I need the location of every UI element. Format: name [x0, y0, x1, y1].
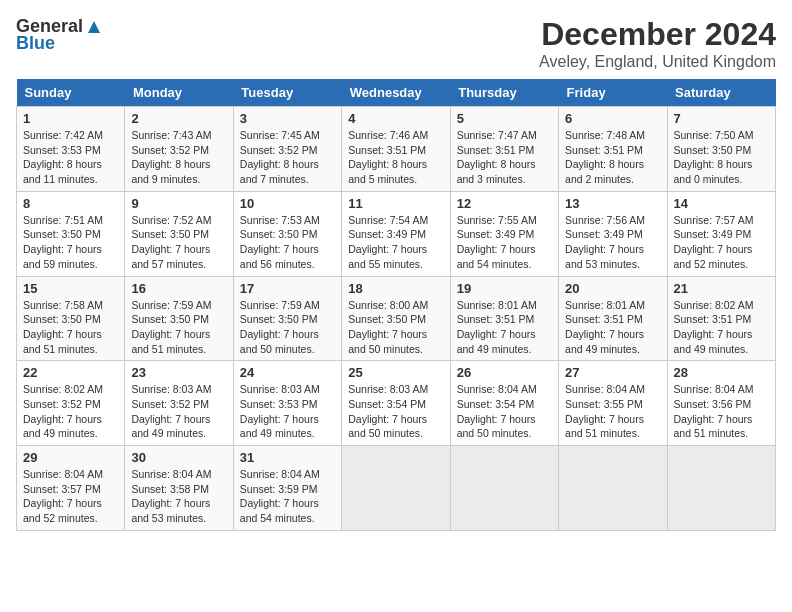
- calendar-cell: 7Sunrise: 7:50 AM Sunset: 3:50 PM Daylig…: [667, 107, 775, 192]
- calendar-cell: 2Sunrise: 7:43 AM Sunset: 3:52 PM Daylig…: [125, 107, 233, 192]
- day-number: 22: [23, 365, 118, 380]
- calendar-cell: 6Sunrise: 7:48 AM Sunset: 3:51 PM Daylig…: [559, 107, 667, 192]
- day-number: 9: [131, 196, 226, 211]
- day-info: Sunrise: 8:04 AM Sunset: 3:55 PM Dayligh…: [565, 382, 660, 441]
- day-number: 4: [348, 111, 443, 126]
- day-number: 8: [23, 196, 118, 211]
- day-number: 23: [131, 365, 226, 380]
- calendar-table: SundayMondayTuesdayWednesdayThursdayFrid…: [16, 79, 776, 531]
- day-info: Sunrise: 8:00 AM Sunset: 3:50 PM Dayligh…: [348, 298, 443, 357]
- day-number: 24: [240, 365, 335, 380]
- day-info: Sunrise: 7:59 AM Sunset: 3:50 PM Dayligh…: [131, 298, 226, 357]
- day-info: Sunrise: 8:01 AM Sunset: 3:51 PM Dayligh…: [565, 298, 660, 357]
- day-number: 25: [348, 365, 443, 380]
- day-number: 1: [23, 111, 118, 126]
- calendar-cell: 8Sunrise: 7:51 AM Sunset: 3:50 PM Daylig…: [17, 191, 125, 276]
- day-info: Sunrise: 8:04 AM Sunset: 3:54 PM Dayligh…: [457, 382, 552, 441]
- day-info: Sunrise: 7:48 AM Sunset: 3:51 PM Dayligh…: [565, 128, 660, 187]
- calendar-cell: 12Sunrise: 7:55 AM Sunset: 3:49 PM Dayli…: [450, 191, 558, 276]
- day-header-sunday: Sunday: [17, 79, 125, 107]
- calendar-cell: 21Sunrise: 8:02 AM Sunset: 3:51 PM Dayli…: [667, 276, 775, 361]
- day-info: Sunrise: 7:59 AM Sunset: 3:50 PM Dayligh…: [240, 298, 335, 357]
- day-number: 27: [565, 365, 660, 380]
- day-info: Sunrise: 8:01 AM Sunset: 3:51 PM Dayligh…: [457, 298, 552, 357]
- day-info: Sunrise: 7:58 AM Sunset: 3:50 PM Dayligh…: [23, 298, 118, 357]
- calendar-cell: 25Sunrise: 8:03 AM Sunset: 3:54 PM Dayli…: [342, 361, 450, 446]
- calendar-cell: 17Sunrise: 7:59 AM Sunset: 3:50 PM Dayli…: [233, 276, 341, 361]
- calendar-cell: 29Sunrise: 8:04 AM Sunset: 3:57 PM Dayli…: [17, 446, 125, 531]
- calendar-cell: 15Sunrise: 7:58 AM Sunset: 3:50 PM Dayli…: [17, 276, 125, 361]
- calendar-cell: 16Sunrise: 7:59 AM Sunset: 3:50 PM Dayli…: [125, 276, 233, 361]
- day-header-saturday: Saturday: [667, 79, 775, 107]
- calendar-cell: 24Sunrise: 8:03 AM Sunset: 3:53 PM Dayli…: [233, 361, 341, 446]
- calendar-cell: 23Sunrise: 8:03 AM Sunset: 3:52 PM Dayli…: [125, 361, 233, 446]
- day-number: 11: [348, 196, 443, 211]
- day-number: 13: [565, 196, 660, 211]
- title-area: December 2024 Aveley, England, United Ki…: [539, 16, 776, 71]
- day-number: 2: [131, 111, 226, 126]
- calendar-cell: 18Sunrise: 8:00 AM Sunset: 3:50 PM Dayli…: [342, 276, 450, 361]
- calendar-cell: 13Sunrise: 7:56 AM Sunset: 3:49 PM Dayli…: [559, 191, 667, 276]
- day-info: Sunrise: 7:50 AM Sunset: 3:50 PM Dayligh…: [674, 128, 769, 187]
- day-info: Sunrise: 8:04 AM Sunset: 3:57 PM Dayligh…: [23, 467, 118, 526]
- day-info: Sunrise: 8:02 AM Sunset: 3:51 PM Dayligh…: [674, 298, 769, 357]
- logo-blue-text: Blue: [16, 33, 55, 54]
- day-info: Sunrise: 8:03 AM Sunset: 3:54 PM Dayligh…: [348, 382, 443, 441]
- day-info: Sunrise: 7:42 AM Sunset: 3:53 PM Dayligh…: [23, 128, 118, 187]
- calendar-cell: [559, 446, 667, 531]
- calendar-cell: 22Sunrise: 8:02 AM Sunset: 3:52 PM Dayli…: [17, 361, 125, 446]
- day-info: Sunrise: 7:55 AM Sunset: 3:49 PM Dayligh…: [457, 213, 552, 272]
- day-info: Sunrise: 7:47 AM Sunset: 3:51 PM Dayligh…: [457, 128, 552, 187]
- calendar-cell: [342, 446, 450, 531]
- day-info: Sunrise: 8:02 AM Sunset: 3:52 PM Dayligh…: [23, 382, 118, 441]
- day-number: 19: [457, 281, 552, 296]
- calendar-cell: [667, 446, 775, 531]
- day-info: Sunrise: 7:53 AM Sunset: 3:50 PM Dayligh…: [240, 213, 335, 272]
- calendar-cell: 31Sunrise: 8:04 AM Sunset: 3:59 PM Dayli…: [233, 446, 341, 531]
- day-number: 26: [457, 365, 552, 380]
- day-number: 20: [565, 281, 660, 296]
- day-number: 30: [131, 450, 226, 465]
- day-number: 17: [240, 281, 335, 296]
- day-info: Sunrise: 8:03 AM Sunset: 3:53 PM Dayligh…: [240, 382, 335, 441]
- logo-icon: [86, 19, 102, 35]
- day-number: 18: [348, 281, 443, 296]
- calendar-cell: 20Sunrise: 8:01 AM Sunset: 3:51 PM Dayli…: [559, 276, 667, 361]
- day-number: 28: [674, 365, 769, 380]
- calendar-cell: 11Sunrise: 7:54 AM Sunset: 3:49 PM Dayli…: [342, 191, 450, 276]
- day-info: Sunrise: 7:51 AM Sunset: 3:50 PM Dayligh…: [23, 213, 118, 272]
- day-header-monday: Monday: [125, 79, 233, 107]
- day-info: Sunrise: 8:04 AM Sunset: 3:56 PM Dayligh…: [674, 382, 769, 441]
- day-info: Sunrise: 7:54 AM Sunset: 3:49 PM Dayligh…: [348, 213, 443, 272]
- day-number: 7: [674, 111, 769, 126]
- day-header-tuesday: Tuesday: [233, 79, 341, 107]
- month-title: December 2024: [539, 16, 776, 53]
- day-info: Sunrise: 7:57 AM Sunset: 3:49 PM Dayligh…: [674, 213, 769, 272]
- calendar-week-2: 8Sunrise: 7:51 AM Sunset: 3:50 PM Daylig…: [17, 191, 776, 276]
- day-number: 31: [240, 450, 335, 465]
- calendar-cell: 27Sunrise: 8:04 AM Sunset: 3:55 PM Dayli…: [559, 361, 667, 446]
- calendar-week-1: 1Sunrise: 7:42 AM Sunset: 3:53 PM Daylig…: [17, 107, 776, 192]
- calendar-cell: 30Sunrise: 8:04 AM Sunset: 3:58 PM Dayli…: [125, 446, 233, 531]
- header: General Blue December 2024 Aveley, Engla…: [16, 16, 776, 71]
- day-info: Sunrise: 8:04 AM Sunset: 3:58 PM Dayligh…: [131, 467, 226, 526]
- calendar-cell: 14Sunrise: 7:57 AM Sunset: 3:49 PM Dayli…: [667, 191, 775, 276]
- logo: General Blue: [16, 16, 102, 54]
- day-header-thursday: Thursday: [450, 79, 558, 107]
- day-info: Sunrise: 8:03 AM Sunset: 3:52 PM Dayligh…: [131, 382, 226, 441]
- calendar-cell: 1Sunrise: 7:42 AM Sunset: 3:53 PM Daylig…: [17, 107, 125, 192]
- calendar-cell: 28Sunrise: 8:04 AM Sunset: 3:56 PM Dayli…: [667, 361, 775, 446]
- day-info: Sunrise: 7:56 AM Sunset: 3:49 PM Dayligh…: [565, 213, 660, 272]
- calendar-cell: 3Sunrise: 7:45 AM Sunset: 3:52 PM Daylig…: [233, 107, 341, 192]
- day-header-friday: Friday: [559, 79, 667, 107]
- svg-marker-0: [88, 21, 100, 33]
- day-number: 5: [457, 111, 552, 126]
- day-info: Sunrise: 7:52 AM Sunset: 3:50 PM Dayligh…: [131, 213, 226, 272]
- calendar-cell: 10Sunrise: 7:53 AM Sunset: 3:50 PM Dayli…: [233, 191, 341, 276]
- calendar-cell: 5Sunrise: 7:47 AM Sunset: 3:51 PM Daylig…: [450, 107, 558, 192]
- calendar-week-3: 15Sunrise: 7:58 AM Sunset: 3:50 PM Dayli…: [17, 276, 776, 361]
- day-number: 29: [23, 450, 118, 465]
- day-number: 12: [457, 196, 552, 211]
- day-number: 14: [674, 196, 769, 211]
- day-header-wednesday: Wednesday: [342, 79, 450, 107]
